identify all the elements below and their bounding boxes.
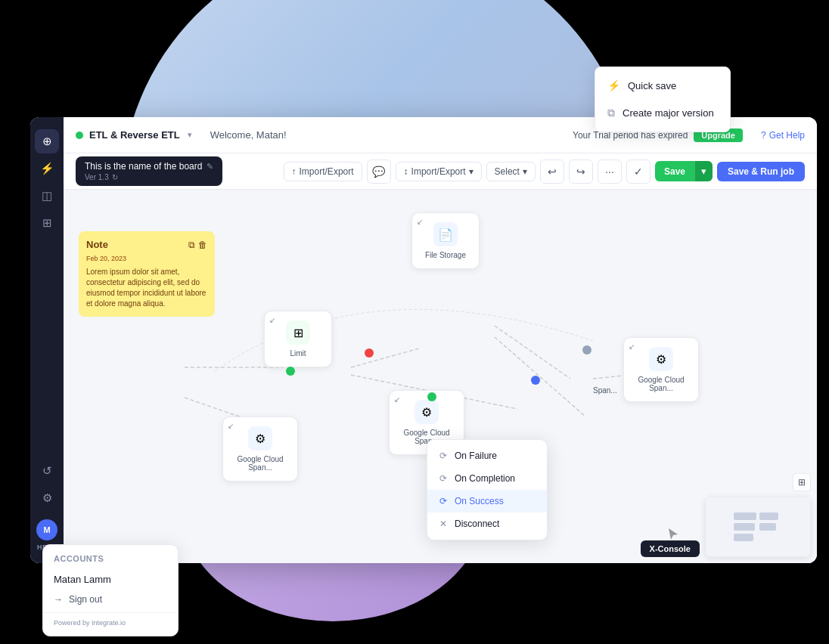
span3-arrow-icon: ↙ xyxy=(629,342,635,351)
accounts-user: Matan Lamm xyxy=(43,569,178,590)
success-icon: ⟳ xyxy=(439,496,447,506)
sign-out-button[interactable]: → Sign out xyxy=(43,590,178,609)
on-success-label: On Success xyxy=(455,496,504,506)
note-text: Lorem ipsum dolor sit amet, consectetur … xyxy=(86,267,207,309)
accounts-title: Accounts xyxy=(43,554,178,569)
quick-save-icon: ⚡ xyxy=(607,79,620,91)
on-completion-option[interactable]: ⟳ On Completion xyxy=(427,467,547,490)
redo-button[interactable]: ↪ xyxy=(569,159,593,184)
version-label: Ver 1.3 xyxy=(85,173,109,181)
failure-icon: ⟳ xyxy=(439,450,447,461)
span2-icon: ⚙ xyxy=(414,400,439,424)
disconnect-label: Disconnect xyxy=(455,519,499,529)
context-menu: ⟳ On Failure ⟳ On Completion ⟳ On Succes… xyxy=(427,439,548,540)
sidebar-icon-history[interactable]: ↺ xyxy=(35,459,59,483)
svg-line-5 xyxy=(495,337,585,416)
disconnect-option[interactable]: ✕ Disconnect xyxy=(427,512,547,535)
node-google-span-3[interactable]: ↙ ⚙ Google Cloud Span... xyxy=(623,337,699,402)
limit-arrow-icon: ↙ xyxy=(269,316,275,324)
refresh-icon[interactable]: ↻ xyxy=(112,173,118,181)
get-help-link[interactable]: ? Get Help xyxy=(761,130,805,141)
select-label: Select xyxy=(495,166,520,177)
on-completion-label: On Completion xyxy=(455,473,515,484)
on-failure-label: On Failure xyxy=(455,450,497,461)
svg-line-4 xyxy=(495,326,570,379)
toolbar: This is the name of the board ✎ Ver 1.3 … xyxy=(64,153,817,190)
powered-by: Powered by Integrate.io xyxy=(43,612,178,627)
mini-map-controls: ⊞ xyxy=(793,473,811,491)
sidebar: ⊕ ⚡ ◫ ⊞ ↺ ⚙ M HELP xyxy=(30,117,64,563)
import-export-button[interactable]: ↑ Import/Export xyxy=(284,162,362,181)
accounts-popup: Accounts Matan Lamm → Sign out Powered b… xyxy=(42,544,179,636)
select-chevron-icon: ▾ xyxy=(523,166,527,177)
node-google-span-1[interactable]: ↙ ⚙ Google Cloud Span... xyxy=(222,416,298,481)
conn-dot-blue xyxy=(531,376,540,385)
chevron-icon: ▾ xyxy=(469,166,473,177)
title-chevron-icon: ▾ xyxy=(188,130,192,140)
sidebar-icon-packages[interactable]: ⊞ xyxy=(35,211,59,235)
node-limit[interactable]: ↙ ⊞ Limit xyxy=(264,311,332,367)
span1-arrow-icon: ↙ xyxy=(228,422,234,430)
note-widget: Note ⧉ 🗑 Feb 20, 2023 Lorem ipsum dolor … xyxy=(79,231,215,317)
note-copy-button[interactable]: ⧉ xyxy=(188,240,195,250)
span3-label: Google Cloud Span... xyxy=(633,376,689,392)
select-dropdown[interactable]: Select ▾ xyxy=(486,162,536,181)
upload-icon: ↑ xyxy=(292,166,297,177)
disconnect-icon: ✕ xyxy=(439,519,447,529)
on-failure-option[interactable]: ⟳ On Failure xyxy=(427,444,547,467)
version-icon: ⧉ xyxy=(607,107,615,119)
sidebar-icon-workflows[interactable]: ◫ xyxy=(35,184,59,208)
cursor-indicator xyxy=(666,527,681,542)
xconsole-button[interactable]: X-Console xyxy=(641,540,700,557)
save-button[interactable]: Save xyxy=(655,161,694,181)
save-label: Save xyxy=(664,166,685,177)
status-dot xyxy=(76,132,83,139)
svg-line-2 xyxy=(351,348,419,367)
conn-dot-green-1 xyxy=(427,392,436,401)
limit-label: Limit xyxy=(290,349,306,358)
save-dropdown-button[interactable]: ▾ xyxy=(694,161,713,181)
sign-out-icon: → xyxy=(54,594,63,605)
undo-button[interactable]: ↩ xyxy=(540,159,564,184)
save-run-button[interactable]: Save & Run job xyxy=(717,162,805,181)
canvas: Note ⧉ 🗑 Feb 20, 2023 Lorem ipsum dolor … xyxy=(64,190,817,563)
user-avatar[interactable]: M xyxy=(36,519,57,540)
create-major-version-label: Create major version xyxy=(623,107,714,119)
sidebar-icon-pipelines[interactable]: ⚡ xyxy=(35,156,59,181)
span3-icon: ⚙ xyxy=(649,347,673,371)
node-file-storage[interactable]: ↙ 📄 File Storage xyxy=(411,212,480,269)
zoom-fit-button[interactable]: ⊞ xyxy=(793,473,811,491)
arrow-icon: ↕ xyxy=(404,166,408,177)
span1-icon: ⚙ xyxy=(248,426,272,450)
conn-dot-gray xyxy=(582,345,591,355)
span1-label: Google Cloud Span... xyxy=(232,455,288,472)
app-title: ETL & Reverse ETL xyxy=(89,129,180,141)
check-button[interactable]: ✓ xyxy=(626,159,650,184)
edit-icon[interactable]: ✎ xyxy=(206,162,213,172)
comment-button[interactable]: 💬 xyxy=(367,159,391,184)
quick-save-label: Quick save xyxy=(628,80,676,91)
span2-arrow-icon: ↙ xyxy=(394,395,400,404)
welcome-text: Welcome, Matan! xyxy=(210,129,287,141)
mini-map xyxy=(705,497,811,557)
file-storage-label: File Storage xyxy=(425,251,466,259)
sidebar-icon-settings[interactable]: ⚙ xyxy=(35,486,59,510)
create-major-version-option[interactable]: ⧉ Create major version xyxy=(595,99,730,127)
spanner-partial: Span... xyxy=(593,386,617,395)
completion-icon: ⟳ xyxy=(439,473,447,484)
import-export2-button[interactable]: ↕ Import/Export ▾ xyxy=(396,162,482,181)
sidebar-icon-integrations[interactable]: ⊕ xyxy=(35,129,59,153)
nav-brand: ETL & Reverse ETL ▾ xyxy=(76,129,192,141)
quick-save-option[interactable]: ⚡ Quick save xyxy=(595,72,730,99)
note-delete-button[interactable]: 🗑 xyxy=(198,240,207,250)
node-arrow-icon: ↙ xyxy=(417,218,423,226)
limit-icon: ⊞ xyxy=(286,320,310,345)
on-success-option[interactable]: ⟳ On Success xyxy=(427,490,547,512)
more-options-button[interactable]: ··· xyxy=(598,159,622,184)
save-dropdown-menu: ⚡ Quick save ⧉ Create major version xyxy=(595,67,731,132)
conn-dot-green-2 xyxy=(286,367,295,376)
note-label: Note xyxy=(86,239,108,250)
get-help-label: Get Help xyxy=(769,130,805,141)
file-storage-icon: 📄 xyxy=(433,222,458,246)
conn-dot-red xyxy=(365,348,374,358)
